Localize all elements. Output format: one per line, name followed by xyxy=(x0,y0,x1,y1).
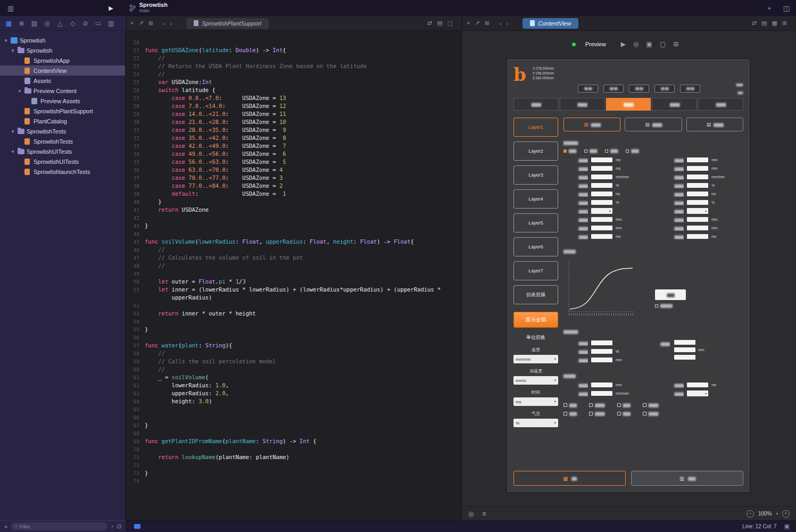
zoom-level[interactable]: 100% xyxy=(758,511,772,517)
sidebar-item-sprowtishapp[interactable]: SprowtishApp xyxy=(0,55,125,65)
code-line[interactable]: 31 case 28.0..<35.0: USDAZone = 9 xyxy=(126,126,461,134)
code-line[interactable]: upperRadius) xyxy=(126,294,461,302)
param-input[interactable] xyxy=(687,166,708,171)
code-line[interactable]: 73} xyxy=(126,469,461,477)
code-line[interactable]: 47 // Calculates the volume of soil in t… xyxy=(126,254,461,262)
device-action-button-3[interactable]: ▤▇▇▇▇ xyxy=(686,118,743,131)
layer-button-layer2[interactable]: Layer2 xyxy=(513,142,558,161)
code-line[interactable]: 51 let inner = (lowerRadius * lowerRadiu… xyxy=(126,286,461,294)
param-input[interactable] xyxy=(687,217,708,222)
code-line[interactable]: 56 xyxy=(126,334,461,342)
param-input[interactable] xyxy=(591,226,612,230)
code-line[interactable]: 26 switch latitude { xyxy=(126,86,461,94)
sidebar-item-sprowtishplantsupport[interactable]: SprowtishPlantSupport xyxy=(0,106,125,116)
duplicate-preview-button[interactable]: ⊞ xyxy=(673,40,678,48)
code-line[interactable]: 49 xyxy=(126,270,461,278)
header-button[interactable]: ▇▇▇▇ xyxy=(680,85,700,93)
param-input[interactable] xyxy=(687,200,708,205)
add-file-icon[interactable]: + xyxy=(4,523,7,530)
legend-item[interactable]: ▇▇▇ xyxy=(563,149,576,153)
device-settings-button[interactable]: ▢ xyxy=(660,40,666,48)
code-line[interactable]: 20 xyxy=(126,38,461,46)
disclosure-icon[interactable]: ▾ xyxy=(10,129,15,134)
checkbox-item[interactable]: ▇▇▇▇ xyxy=(643,412,658,415)
param-input[interactable] xyxy=(687,157,708,162)
param-input[interactable] xyxy=(591,157,612,162)
debug-navigator-icon[interactable]: ⊘ xyxy=(81,20,90,27)
code-line[interactable]: 48 // xyxy=(126,262,461,270)
sidebar-item-preview-assets[interactable]: Preview Assets xyxy=(0,96,125,106)
layer-button-layer7[interactable]: Layer7 xyxy=(513,261,558,280)
project-navigator-icon[interactable]: ▦ xyxy=(4,20,13,27)
checkbox-item[interactable]: ▇▇▇ xyxy=(563,403,576,407)
param-input[interactable] xyxy=(591,192,612,196)
code-line[interactable]: 28 case 7.0..<14.0: USDAZone = 12 xyxy=(126,102,461,110)
code-line[interactable]: 33 case 42.0..<49.0: USDAZone = 7 xyxy=(126,142,461,150)
header-button[interactable]: ▇▇▇▇ xyxy=(603,85,624,93)
code-line[interactable]: 40 } xyxy=(126,198,461,206)
code-line[interactable]: 42 xyxy=(126,214,461,222)
sidebar-item-sprowtishuitests[interactable]: ▾SprowtishUITests xyxy=(0,146,125,156)
sidebar-toggle-icon[interactable]: ▥ xyxy=(7,4,14,12)
zoom-out-button[interactable]: − xyxy=(747,510,754,518)
code-line[interactable]: 45func soilVolume(lowerRadius: Float, up… xyxy=(126,238,461,246)
run-button[interactable]: ▶ xyxy=(109,5,113,12)
sidebar-item-sprowtish[interactable]: ▾Sprowtish xyxy=(0,45,125,55)
back-icon[interactable]: ‹ xyxy=(163,20,165,27)
sidebar-item-assets[interactable]: Assets xyxy=(0,76,125,86)
code-line[interactable]: 53 return inner * outer * height xyxy=(126,310,461,318)
breakpoint-chip[interactable] xyxy=(134,524,140,529)
disclosure-icon[interactable]: ▾ xyxy=(10,149,15,154)
code-line[interactable]: 32 case 35.0..<42.0: USDAZone = 8 xyxy=(126,134,461,142)
compare-icon[interactable]: ⇄ xyxy=(427,20,432,26)
open-in-window-icon[interactable]: ↗ xyxy=(475,20,479,26)
zoom-menu-chevron-icon[interactable]: ▾ xyxy=(776,512,778,516)
param-dropdown[interactable]: ▾ xyxy=(687,390,708,396)
code-line[interactable]: 62 lowerRadius: 1.0, xyxy=(126,381,461,389)
device-action-button-2[interactable]: ▤▇▇▇▇ xyxy=(625,118,682,131)
editor-mode-icon[interactable]: ▣ xyxy=(784,523,790,530)
layer-toggle-button[interactable]: 切表层膜 xyxy=(513,285,558,304)
forward-icon[interactable]: › xyxy=(170,20,172,27)
param-input[interactable] xyxy=(591,174,612,179)
code-line[interactable]: 21func getUSDAZone(latitude: Double) -> … xyxy=(126,46,461,54)
source-control-navigator-icon[interactable]: ⊗ xyxy=(17,20,26,27)
pin-preview-icon[interactable]: ◎ xyxy=(468,510,474,518)
code-line[interactable]: 22 // xyxy=(126,54,461,62)
device-action-button-1[interactable]: ▤▇▇▇▇ xyxy=(563,118,620,131)
code-line[interactable]: 69func getPlantIDFromName(plantName: Str… xyxy=(126,437,461,445)
live-preview-button[interactable]: ▶ xyxy=(621,40,626,48)
code-line[interactable]: 27 case 0.0..<7.0: USDAZone = 13 xyxy=(126,94,461,102)
header-button[interactable]: ▇▇▇▇ xyxy=(654,85,675,93)
zoom-in-button[interactable]: + xyxy=(782,510,790,518)
checkbox-item[interactable]: ▇▇▇▇ xyxy=(643,403,658,407)
close-editor-icon[interactable]: × xyxy=(130,20,134,26)
code-line[interactable]: 66 xyxy=(126,413,461,421)
sidebar-item-sprowtishlaunchtests[interactable]: SprowtishlaunchTests xyxy=(0,167,125,177)
param-dropdown[interactable]: ▾ xyxy=(687,208,708,214)
forward-icon[interactable]: › xyxy=(507,20,509,27)
param-input[interactable] xyxy=(687,234,708,239)
selectable-mode-button[interactable]: ◎ xyxy=(633,40,639,48)
checkbox-item[interactable]: ▇▇▇▇ xyxy=(589,412,604,415)
breakpoint-navigator-icon[interactable]: ▭ xyxy=(94,20,103,27)
device-footer-button-2[interactable]: ▥▇▇▇ xyxy=(631,471,743,486)
device-footer-button-1[interactable]: ▦▇▇ xyxy=(513,471,626,486)
variants-button[interactable]: ▣ xyxy=(646,40,652,48)
filter-field[interactable]: ▽ xyxy=(11,522,107,530)
code-line[interactable]: 36 case 63.0..<70.0: USDAZone = 4 xyxy=(126,166,461,174)
code-line[interactable]: 41 return USDAZone xyxy=(126,206,461,214)
device-tab-5[interactable]: ▇▇▇▇ xyxy=(698,98,743,111)
source-editor[interactable]: 2021func getUSDAZone(latitude: Double) -… xyxy=(126,31,462,520)
compare-icon[interactable]: ⇄ xyxy=(752,20,757,26)
code-line[interactable]: 65 xyxy=(126,405,461,413)
param-input[interactable] xyxy=(591,383,612,387)
minimap-icon[interactable]: ▤ xyxy=(437,20,442,26)
disclosure-icon[interactable]: ▾ xyxy=(17,88,22,94)
layer-button-layer5[interactable]: Layer5 xyxy=(513,213,558,232)
code-line[interactable]: 24 // xyxy=(126,70,461,78)
code-line[interactable]: 72 xyxy=(126,461,461,469)
code-line[interactable]: 50 let outer = Float.pi * 1/3 xyxy=(126,278,461,286)
sidebar-item-plantcatalog[interactable]: PlantCatalog xyxy=(0,116,125,126)
param-input[interactable] xyxy=(591,200,612,205)
